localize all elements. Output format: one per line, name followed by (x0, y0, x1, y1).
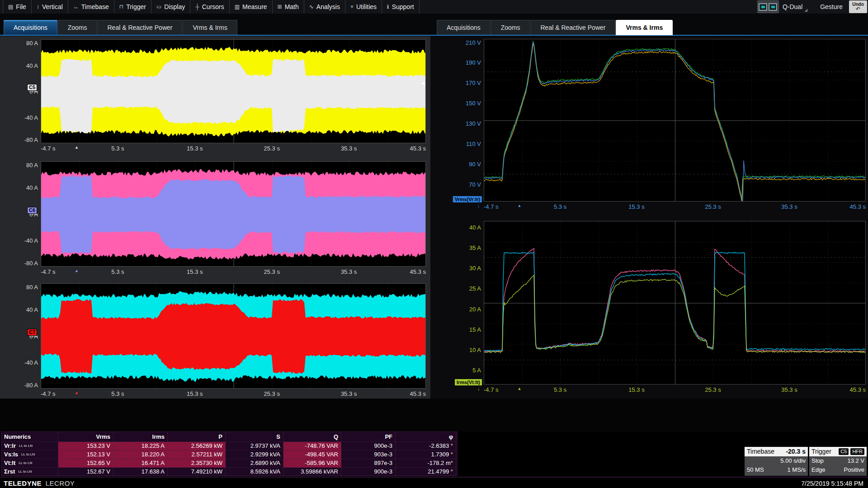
numerics-col-header: φ (396, 432, 456, 442)
numerics-value: 152.67 V (58, 468, 113, 476)
menu-item-display[interactable]: ▭Display (151, 0, 190, 14)
menu-right-cluster: Q-Dual ◢ Gesture Undo ↶ (757, 0, 868, 14)
menu-item-trigger[interactable]: ⊓Trigger (114, 0, 151, 14)
cursors-icon: ┼ (195, 4, 199, 10)
tab-vrms-irms[interactable]: Vrms & Irms (616, 20, 673, 35)
trigger-source-badge: C5 (839, 448, 849, 455)
numerics-value: -178.2 m° (396, 459, 456, 468)
menu-item-file[interactable]: ▤File (3, 0, 32, 14)
trace-tag-l2[interactable]: C6 (27, 207, 37, 214)
menu-item-label: Analysis (316, 3, 340, 10)
numerics-col-header: Q (283, 432, 341, 442)
trigger-title: Trigger (811, 447, 831, 456)
utilities-icon: × (350, 4, 354, 10)
menu-item-vertical[interactable]: ↕Vertical (32, 0, 68, 14)
numerics-row: ΣrstLL to LN152.67 V17.638 A7.49210 kW8.… (1, 468, 457, 476)
qdual-dropdown-icon: ◢ (804, 8, 807, 14)
numerics-table: NumericsVrmsIrmsPSQPFφVr:IrLL to LN153.2… (1, 432, 458, 476)
plot-l3[interactable] (41, 283, 426, 389)
numerics-value: 7.49210 kW (168, 468, 226, 476)
waveform-svg-l3 (41, 284, 426, 389)
menu-item-analysis[interactable]: ∿Analysis (304, 0, 345, 14)
gesture-button[interactable]: Gesture (820, 3, 843, 10)
numerics-value: -748.76 VAR (283, 442, 341, 450)
numerics-value: 2.6890 kVA (226, 459, 283, 468)
tabset-left: AcquisitionsZoomsReal & Reactive PowerVr… (4, 20, 238, 35)
datetime-label: 7/25/2019 5:15:48 PM (801, 480, 863, 487)
tab-zooms[interactable]: Zooms (58, 20, 97, 35)
menu-item-timebase[interactable]: ↔Timebase (68, 0, 114, 14)
numerics-value: 3.59866 kVAR (283, 468, 341, 476)
wiring-badge: LL to LN (18, 469, 32, 474)
menu-item-support[interactable]: ℹSupport (382, 0, 420, 14)
trace-tag-l3[interactable]: C7 (27, 329, 37, 336)
qdual-label[interactable]: Q-Dual (783, 3, 802, 10)
menu-item-label: Measure (242, 3, 267, 10)
plot-l2[interactable] (41, 161, 426, 267)
tab-acquisitions[interactable]: Acquisitions (4, 20, 57, 35)
numerics-col-header: P (168, 432, 226, 442)
numerics-value: 2.57211 kW (168, 450, 226, 459)
numerics-value: 1.7309 ° (396, 450, 456, 459)
numerics-value: 16.471 A (113, 459, 168, 468)
timebase-samples: 50 MS (747, 465, 764, 474)
trace-tag-r2[interactable]: Irms(Vt:It) (455, 379, 482, 385)
trace-tag-r1[interactable]: Vrms(Vr:Ir) (453, 196, 482, 202)
undo-button[interactable]: Undo ↶ (849, 0, 867, 13)
vertical-icon: ↕ (37, 4, 39, 10)
menu-item-label: Support (392, 3, 414, 10)
display-icon: ▭ (156, 4, 161, 10)
menu-item-measure[interactable]: ▥Measure (230, 0, 273, 14)
numerics-row-label: Vr:IrLL to LN (1, 442, 58, 450)
trigger-header: Trigger C5 HFR (809, 447, 867, 456)
wiring-badge: LL to LN (19, 444, 33, 448)
numerics-header-row: NumericsVrmsIrmsPSQPFφ (1, 432, 457, 442)
menu-item-math[interactable]: ⊞Math (273, 0, 304, 14)
trigger-type-row: Edge Positive (809, 465, 867, 474)
numerics-row: Vr:IrLL to LN153.23 V18.225 A2.56269 kW2… (1, 442, 457, 450)
numerics-row: Vs:IsLL to LN152.13 V18.220 A2.57211 kW2… (1, 450, 457, 459)
menu-item-utilities[interactable]: ×Utilities (345, 0, 382, 14)
numerics-value: 153.23 V (58, 442, 113, 450)
numerics-value: 2.9737 kVA (226, 442, 283, 450)
numerics-value: 2.56269 kW (168, 442, 226, 450)
plot-l1[interactable] (41, 39, 426, 143)
menu-item-label: File (16, 3, 26, 10)
tab-zooms[interactable]: Zooms (491, 20, 530, 35)
dual-grid-button[interactable] (757, 0, 779, 13)
tab-underline (0, 35, 868, 36)
trigger-box[interactable]: Trigger C5 HFR Stop 13.2 V Edge Positive (809, 447, 867, 476)
trigger-slope: Positive (844, 465, 864, 474)
numerics-value: -585.96 VAR (283, 459, 341, 468)
numerics-title: Numerics (1, 432, 58, 442)
waveform-svg-l1 (41, 40, 426, 143)
trace-tag-l1[interactable]: C5 (27, 84, 37, 91)
plot-r2[interactable] (484, 221, 866, 385)
tab-real-reactive-power[interactable]: Real & Reactive Power (531, 20, 616, 35)
numerics-value: 152.65 V (58, 459, 113, 468)
tab-real-reactive-power[interactable]: Real & Reactive Power (98, 20, 183, 35)
numerics-value: 903e-3 (341, 450, 396, 459)
tabset-right: AcquisitionsZoomsReal & Reactive PowerVr… (437, 20, 673, 35)
tab-vrms-irms[interactable]: Vrms & Irms (183, 20, 237, 35)
numerics-value: 897e-3 (341, 459, 396, 468)
numerics-value: 18.225 A (113, 442, 168, 450)
menu-item-cursors[interactable]: ┼Cursors (190, 0, 230, 14)
descriptor-strip: C1BD1200 V0.00 VC2BD1200 V0.00 VC3BD1200… (0, 399, 868, 432)
numerics-row-label: Vs:IsLL to LN (1, 450, 58, 459)
oscilloscope-app: ▤File↕Vertical↔Timebase⊓Trigger▭Display┼… (0, 0, 868, 488)
waveform-svg-r1 (484, 39, 866, 202)
timebase-offset: -20.3 s (786, 447, 806, 456)
numerics-col-header: PF (341, 432, 396, 442)
menu-items: ▤File↕Vertical↔Timebase⊓Trigger▭Display┼… (0, 0, 420, 14)
trigger-level: 13.2 V (847, 456, 864, 465)
timebase-box[interactable]: Timebase -20.3 s 5.00 s/div 50 MS 1 MS/s (745, 447, 808, 476)
menu-item-label: Cursors (202, 3, 224, 10)
math-icon: ⊞ (278, 4, 282, 10)
menu-item-label: Vertical (42, 3, 63, 10)
tab-acquisitions[interactable]: Acquisitions (437, 20, 491, 35)
tab-zone: AcquisitionsZoomsReal & Reactive PowerVr… (0, 14, 868, 36)
waveform-svg-l2 (41, 162, 426, 267)
plot-r1[interactable] (484, 39, 866, 202)
timebase-header: Timebase -20.3 s (745, 447, 808, 456)
